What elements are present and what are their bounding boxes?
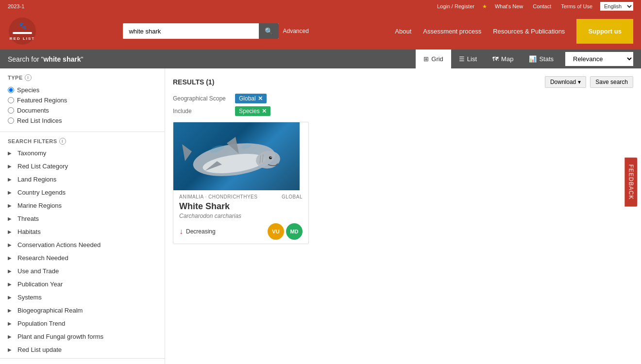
support-button[interactable]: Support us xyxy=(576,19,633,44)
filter-arrow-icon: ▶ xyxy=(8,347,14,353)
status-trend: ↓ Decreasing xyxy=(179,227,216,236)
filter-systems[interactable]: ▶ Systems xyxy=(0,291,165,304)
advanced-link[interactable]: Advanced xyxy=(283,28,308,34)
type-option-featured-regions[interactable]: Featured Regions xyxy=(8,95,157,105)
nav-links: About Assessment process Resources & Pub… xyxy=(395,19,633,44)
results-header: RESULTS (1) Download ▾ Save search xyxy=(173,76,633,88)
svg-text:RED LIST: RED LIST xyxy=(10,36,35,41)
search-filters-info-icon[interactable]: i xyxy=(59,138,66,145)
login-link[interactable]: Login / Register xyxy=(437,3,474,9)
geo-scope-remove[interactable]: ✕ xyxy=(258,95,263,102)
type-options: Species Featured Regions Documents Red L… xyxy=(0,83,165,130)
type-option-documents[interactable]: Documents xyxy=(8,105,157,116)
filter-threats[interactable]: ▶ Threats xyxy=(0,212,165,225)
map-icon: 🗺 xyxy=(492,55,499,63)
tab-grid-label: Grid xyxy=(431,55,443,63)
search-input-wrap: 🔍 xyxy=(123,23,279,39)
filter-research-needed[interactable]: ▶ Research Needed xyxy=(0,251,165,265)
search-filters-label: SEARCH FILTERS i xyxy=(0,134,165,147)
include-tag: Species ✕ xyxy=(235,106,270,116)
svg-text:🐾: 🐾 xyxy=(18,22,27,30)
filter-arrow-icon: ▶ xyxy=(8,177,14,182)
search-input[interactable] xyxy=(123,24,259,39)
search-button[interactable]: 🔍 xyxy=(259,23,279,39)
svg-rect-2 xyxy=(13,32,32,34)
divider-2 xyxy=(0,358,165,359)
status-badge-md: MD xyxy=(286,223,303,240)
main-layout: TYPE i Species Featured Regions Document… xyxy=(0,68,641,364)
site-header: 🐾 RED LIST 🔍 Advanced About Assessment p… xyxy=(0,13,641,50)
language-select[interactable]: English French Spanish xyxy=(600,2,633,11)
results-count: RESULTS (1) xyxy=(173,78,214,86)
download-button[interactable]: Download ▾ xyxy=(545,76,586,88)
filter-arrow-icon: ▶ xyxy=(8,255,14,261)
sidebar: TYPE i Species Featured Regions Document… xyxy=(0,68,165,364)
filter-red-list-update[interactable]: ▶ Red List update xyxy=(0,343,165,356)
whats-new-icon: ★ xyxy=(482,3,487,10)
nav-assessment[interactable]: Assessment process xyxy=(423,28,481,35)
filter-publication-year[interactable]: ▶ Publication Year xyxy=(0,278,165,291)
type-option-red-list-indices[interactable]: Red List Indices xyxy=(8,116,157,126)
filter-biogeographical-realm[interactable]: ▶ Biogeographical Realm xyxy=(0,304,165,317)
save-search-button[interactable]: Save search xyxy=(590,76,633,88)
tab-grid[interactable]: ⊞ Grid xyxy=(416,50,451,68)
search-query: white shark xyxy=(43,55,81,63)
filter-use-and-trade[interactable]: ▶ Use and Trade xyxy=(0,265,165,278)
whats-new-link[interactable]: What's New xyxy=(495,3,523,9)
stats-icon: 📊 xyxy=(529,55,537,63)
view-tabs: ⊞ Grid ☰ List 🗺 Map 📊 Stats xyxy=(416,50,561,68)
filter-land-regions[interactable]: ▶ Land Regions xyxy=(0,173,165,186)
geo-scope-header: GEOGRAPHICAL SCOPE i Clear All 1 xyxy=(0,361,165,364)
type-option-species[interactable]: Species xyxy=(8,85,157,95)
result-info: ANIMALIA · CHONDRICHTHYES GLOBAL White S… xyxy=(173,190,308,244)
geo-scope-tag: Global ✕ xyxy=(235,94,267,103)
feedback-tab[interactable]: FEEDBACK xyxy=(625,158,638,207)
filter-arrow-icon: ▶ xyxy=(8,321,14,327)
filter-arrow-icon: ▶ xyxy=(8,216,14,222)
list-icon: ☰ xyxy=(459,55,465,63)
content-area: RESULTS (1) Download ▾ Save search Geogr… xyxy=(165,68,641,364)
filter-arrow-icon: ▶ xyxy=(8,190,14,196)
trend-arrow-icon: ↓ xyxy=(179,227,183,236)
include-filter-label: Include xyxy=(173,108,231,115)
search-title: Search for "white shark" xyxy=(8,50,83,68)
tab-list-label: List xyxy=(467,55,477,63)
nav-about[interactable]: About xyxy=(395,28,411,35)
filter-marine-regions[interactable]: ▶ Marine Regions xyxy=(0,199,165,212)
filter-arrow-icon: ▶ xyxy=(8,308,14,314)
year-label: 2023-1 xyxy=(8,3,24,9)
result-scientific: Carcharodon carcharias xyxy=(179,213,303,219)
search-bar-row: Search for "white shark" ⊞ Grid ☰ List 🗺… xyxy=(0,50,641,68)
tab-stats[interactable]: 📊 Stats xyxy=(521,50,561,68)
filter-plant-fungal[interactable]: ▶ Plant and Fungal growth forms xyxy=(0,330,165,343)
status-badges: VU MD xyxy=(268,223,303,240)
type-info-icon[interactable]: i xyxy=(25,74,32,81)
result-taxonomy: ANIMALIA · CHONDRICHTHYES GLOBAL xyxy=(179,194,303,199)
filter-taxonomy[interactable]: ▶ Taxonomy xyxy=(0,147,165,160)
filter-arrow-icon: ▶ xyxy=(8,268,14,274)
result-card[interactable]: ANIMALIA · CHONDRICHTHYES GLOBAL White S… xyxy=(173,122,309,244)
filter-red-list-category[interactable]: ▶ Red List Category xyxy=(0,160,165,173)
action-buttons: Download ▾ Save search xyxy=(545,76,633,88)
filter-country-legends[interactable]: ▶ Country Legends xyxy=(0,186,165,199)
tab-map[interactable]: 🗺 Map xyxy=(485,50,521,68)
filter-habitats[interactable]: ▶ Habitats xyxy=(0,225,165,238)
filter-arrow-icon: ▶ xyxy=(8,281,14,287)
result-image xyxy=(173,122,300,190)
filter-population-trend[interactable]: ▶ Population Trend xyxy=(0,317,165,330)
sort-select[interactable]: Relevance Name A-Z Name Z-A xyxy=(565,52,633,66)
terms-link[interactable]: Terms of Use xyxy=(561,3,592,9)
filter-conservation-actions[interactable]: ▶ Conservation Actions Needed xyxy=(0,238,165,251)
result-name: White Shark xyxy=(179,201,303,212)
include-tag-remove[interactable]: ✕ xyxy=(262,108,267,115)
nav-resources[interactable]: Resources & Publications xyxy=(493,28,565,35)
filter-arrow-icon: ▶ xyxy=(8,203,14,209)
contact-link[interactable]: Contact xyxy=(533,3,551,9)
include-filter-row: Include Species ✕ xyxy=(173,106,633,116)
divider-1 xyxy=(0,132,165,132)
search-area: 🔍 Advanced xyxy=(123,23,308,39)
tab-map-label: Map xyxy=(501,55,513,63)
filter-arrow-icon: ▶ xyxy=(8,164,14,169)
tab-list[interactable]: ☰ List xyxy=(451,50,485,68)
shark-image xyxy=(178,125,295,188)
